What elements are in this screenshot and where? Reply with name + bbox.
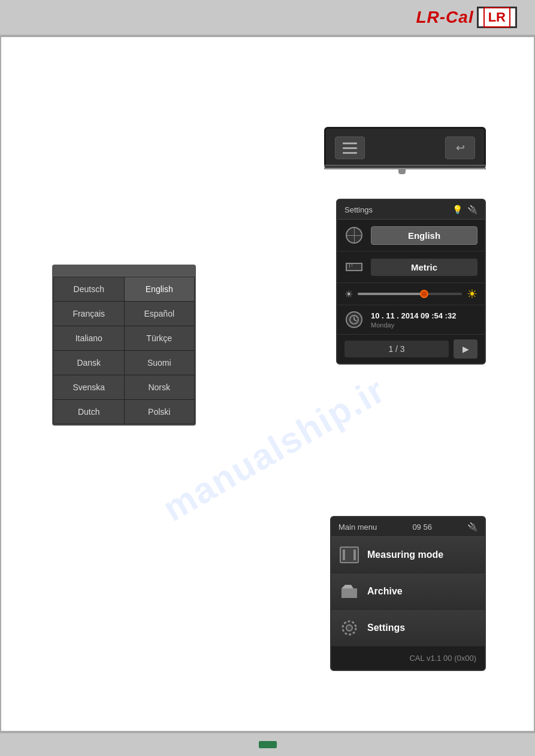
bottom-bar xyxy=(0,732,535,756)
logo-lr-part: LR-Cal xyxy=(416,8,473,26)
logo-lrcal: LR-Cal xyxy=(416,8,473,27)
globe-icon-container xyxy=(344,226,364,245)
archive-icon xyxy=(340,582,359,601)
top-bar: LR-Cal LR xyxy=(0,0,535,36)
menu-lines-icon xyxy=(343,142,357,154)
device-connector-line-top xyxy=(324,165,486,166)
measuring-mode-label: Measuring mode xyxy=(367,549,443,560)
lang-btn-svenska[interactable]: Svenska xyxy=(54,375,124,399)
lang-btn-italiano[interactable]: Italiano xyxy=(54,326,124,350)
globe-icon xyxy=(346,227,362,244)
settings-label: Settings xyxy=(367,623,405,633)
lang-btn-norsk[interactable]: Norsk xyxy=(125,375,195,399)
measuring-mode-icon xyxy=(340,545,359,564)
next-page-button[interactable]: ▶ xyxy=(454,339,477,359)
lang-btn-dansk[interactable]: Dansk xyxy=(54,351,124,375)
main-menu-panel: Main menu 09 56 🔌 Measuring mode xyxy=(330,516,486,671)
lang-panel-header xyxy=(53,266,195,277)
language-panel: Deutsch English Français Español Italian… xyxy=(52,265,196,426)
device-menu-button[interactable] xyxy=(335,136,365,159)
datetime-main: 10 . 11 . 2014 09 :54 :32 xyxy=(371,311,456,320)
language-value[interactable]: English xyxy=(371,226,477,245)
settings-header: Settings 💡 🔌 xyxy=(337,200,485,220)
bulb-icon: 💡 xyxy=(452,205,463,214)
settings-metric-row[interactable]: Metric xyxy=(337,251,485,283)
lang-btn-francais[interactable]: Français xyxy=(54,302,124,326)
settings-language-row[interactable]: English xyxy=(337,220,485,251)
menu-item-archive[interactable]: Archive xyxy=(331,573,485,610)
brightness-high-icon: ☀ xyxy=(467,287,477,301)
svg-line-2 xyxy=(354,320,356,321)
logo-lr-box: LR xyxy=(483,7,510,28)
lang-btn-deutsch[interactable]: Deutsch xyxy=(54,277,124,301)
settings-brightness-row[interactable]: ☀ ☀ xyxy=(337,283,485,305)
plug-icon: 🔌 xyxy=(467,205,477,214)
brightness-low-icon: ☀ xyxy=(344,289,353,300)
clock-icon-container xyxy=(344,310,364,329)
lang-btn-dutch[interactable]: Dutch xyxy=(54,400,124,424)
menu-item-measuring-mode[interactable]: Measuring mode xyxy=(331,537,485,573)
lang-btn-polski[interactable]: Polski xyxy=(125,400,195,424)
lang-btn-english[interactable]: English xyxy=(125,277,195,301)
page-indicator: 1 / 3 xyxy=(344,341,449,357)
lang-btn-suomi[interactable]: Suomi xyxy=(125,351,195,375)
main-menu-time: 09 56 xyxy=(412,523,432,532)
clock-icon xyxy=(346,311,362,328)
brightness-fill xyxy=(358,293,425,295)
settings-title: Settings xyxy=(344,205,373,214)
main-menu-plug-icon: 🔌 xyxy=(467,522,477,532)
main-menu-header: Main menu 09 56 🔌 xyxy=(331,517,485,537)
language-grid: Deutsch English Français Español Italian… xyxy=(53,277,195,424)
device-notch xyxy=(398,169,406,174)
menu-line-1 xyxy=(343,142,357,144)
settings-pagination-row: 1 / 3 ▶ xyxy=(337,335,485,363)
menu-line-3 xyxy=(343,152,357,154)
settings-header-icons: 💡 🔌 xyxy=(452,205,477,214)
logo-box: LR xyxy=(477,7,517,28)
main-menu-title: Main menu xyxy=(338,523,377,532)
lang-btn-espanol[interactable]: Español xyxy=(125,302,195,326)
version-info: CAL v1.1 00 (0x00) xyxy=(331,646,485,670)
bottom-indicator xyxy=(259,741,277,748)
svg-rect-4 xyxy=(343,549,345,560)
menu-item-settings[interactable]: Settings xyxy=(331,610,485,646)
datetime-sub: Monday xyxy=(371,321,456,329)
menu-line-2 xyxy=(343,147,357,149)
ruler-icon-container xyxy=(344,257,364,277)
settings-panel: Settings 💡 🔌 English Metric ☀ xyxy=(336,199,486,365)
settings-gear-icon xyxy=(340,618,359,637)
metric-value[interactable]: Metric xyxy=(371,259,477,276)
device-back-button[interactable]: ↩ xyxy=(445,136,475,159)
main-content: manualship.ir Deutsch English Français E… xyxy=(0,36,535,732)
ruler-icon xyxy=(346,263,362,271)
settings-datetime-row[interactable]: 10 . 11 . 2014 09 :54 :32 Monday xyxy=(337,305,485,335)
archive-label: Archive xyxy=(367,586,403,597)
lang-btn-turkce[interactable]: Türkçe xyxy=(125,326,195,350)
brightness-thumb[interactable] xyxy=(420,290,428,298)
brightness-track[interactable] xyxy=(358,293,462,295)
datetime-info: 10 . 11 . 2014 09 :54 :32 Monday xyxy=(371,311,456,329)
svg-rect-5 xyxy=(353,549,356,560)
logo-container: LR-Cal LR xyxy=(416,7,517,28)
device-top-bar: ↩ xyxy=(324,127,486,169)
svg-point-6 xyxy=(346,625,352,631)
